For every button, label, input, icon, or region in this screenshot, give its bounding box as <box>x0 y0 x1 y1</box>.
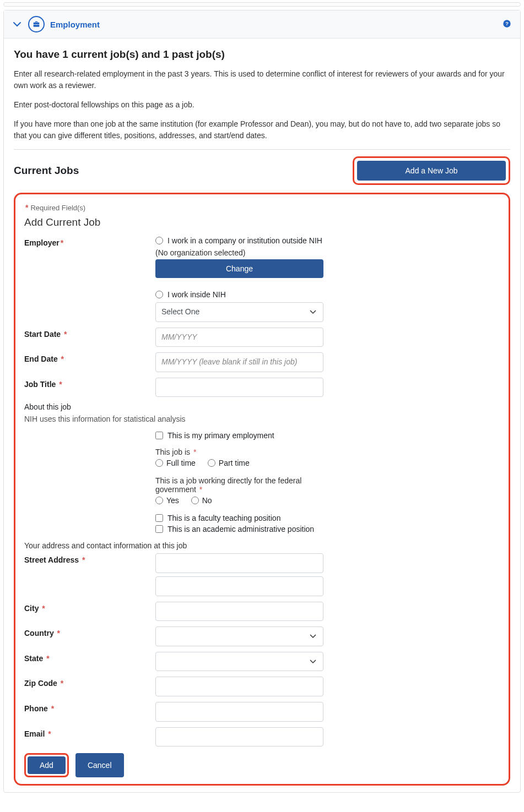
street-address-1-input[interactable] <box>155 553 323 573</box>
change-org-button[interactable]: Change <box>155 259 323 278</box>
row-street2 <box>24 576 500 596</box>
row-city: City * <box>24 602 500 622</box>
row-start-date: Start Date * <box>24 328 500 347</box>
row-primary: This is my primary employment This job i… <box>24 431 500 536</box>
radio-part-time[interactable]: Part time <box>208 459 250 467</box>
add-button[interactable]: Add <box>28 756 66 774</box>
job-title-input[interactable] <box>155 378 323 397</box>
intro-p1: Enter all research-related employment in… <box>14 68 510 91</box>
label-state: State * <box>24 652 155 663</box>
action-row: Add Cancel <box>24 753 500 777</box>
email-input[interactable] <box>155 727 323 747</box>
label-street: Street Address * <box>24 553 155 564</box>
start-date-input[interactable] <box>155 328 323 347</box>
row-street1: Street Address * <box>24 553 500 573</box>
city-input[interactable] <box>155 602 323 622</box>
end-date-input[interactable] <box>155 352 323 372</box>
employment-panel: Employment ? You have 1 current job(s) a… <box>3 10 521 793</box>
panel-header[interactable]: Employment ? <box>4 10 520 39</box>
divider <box>14 149 510 150</box>
radio-federal-yes[interactable]: Yes <box>155 496 179 505</box>
country-select[interactable] <box>155 626 323 646</box>
page-heading: You have 1 current job(s) and 1 past job… <box>14 48 510 61</box>
radio-inside-nih-input[interactable] <box>155 291 163 298</box>
required-note: *Required Field(s) <box>24 203 500 212</box>
row-job-title: Job Title * <box>24 378 500 397</box>
checkbox-primary-input[interactable] <box>155 432 163 439</box>
radio-outside-nih[interactable]: I work in a company or institution outsi… <box>155 236 323 245</box>
intro-p2: Enter post-doctoral fellowships on this … <box>14 99 510 111</box>
checkbox-admin-input[interactable] <box>155 525 163 533</box>
help-icon[interactable]: ? <box>503 19 511 30</box>
label-zip: Zip Code * <box>24 677 155 688</box>
row-zip: Zip Code * <box>24 677 500 696</box>
radio-full-time[interactable]: Full time <box>155 459 196 467</box>
zip-input[interactable] <box>155 677 323 696</box>
radio-federal-yes-input[interactable] <box>155 497 163 504</box>
intro-p3: If you have more than one job at the sam… <box>14 118 510 141</box>
row-end-date: End Date * <box>24 352 500 372</box>
checkbox-faculty-input[interactable] <box>155 514 163 522</box>
about-note: NIH uses this information for statistica… <box>24 415 500 423</box>
panel-title: Employment <box>50 20 100 29</box>
current-jobs-bar: Current Jobs Add a New Job <box>14 156 510 185</box>
row-email: Email * <box>24 727 500 747</box>
radio-full-time-input[interactable] <box>155 459 163 467</box>
form-title: Add Current Job <box>24 216 500 228</box>
row-state: State * <box>24 652 500 672</box>
street-address-2-input[interactable] <box>155 576 323 596</box>
callout-add-new: Add a New Job <box>353 156 510 185</box>
about-heading: About this job <box>24 402 500 411</box>
label-city: City * <box>24 602 155 613</box>
top-strip <box>3 2 521 7</box>
briefcase-icon <box>28 16 45 32</box>
checkbox-faculty[interactable]: This is a faculty teaching position <box>155 514 323 522</box>
contact-heading: Your address and contact information at … <box>24 541 500 550</box>
panel-body: You have 1 current job(s) and 1 past job… <box>4 39 520 792</box>
row-country: Country * <box>24 626 500 646</box>
phone-input[interactable] <box>155 702 323 722</box>
no-org-text: (No organization selected) <box>155 248 323 257</box>
radio-outside-nih-input[interactable] <box>155 237 163 244</box>
jobtype-label: This job is * <box>155 448 323 456</box>
chevron-down-icon <box>13 19 21 29</box>
checkbox-primary[interactable]: This is my primary employment <box>155 431 323 440</box>
radio-federal-no-input[interactable] <box>191 497 199 504</box>
radio-federal-no[interactable]: No <box>191 496 212 505</box>
row-phone: Phone * <box>24 702 500 722</box>
checkbox-admin[interactable]: This is an academic administrative posit… <box>155 525 323 533</box>
nih-select[interactable]: Select One <box>155 302 323 322</box>
label-phone: Phone * <box>24 702 155 713</box>
asterisk-icon: * <box>25 203 28 212</box>
label-employer: Employer* <box>24 236 155 247</box>
svg-text:?: ? <box>505 21 509 26</box>
label-end-date: End Date * <box>24 352 155 363</box>
label-country: Country * <box>24 626 155 637</box>
callout-add-button: Add <box>24 753 69 777</box>
label-start-date: Start Date * <box>24 328 155 339</box>
current-jobs-title: Current Jobs <box>14 165 79 177</box>
radio-part-time-input[interactable] <box>208 459 215 467</box>
federal-label: This is a job working directly for the f… <box>155 476 323 494</box>
add-job-form-callout: *Required Field(s) Add Current Job Emplo… <box>14 193 510 786</box>
col-employer: I work in a company or institution outsi… <box>155 236 323 322</box>
row-employer: Employer* I work in a company or institu… <box>24 236 500 322</box>
state-select[interactable] <box>155 652 323 672</box>
add-new-job-button[interactable]: Add a New Job <box>357 161 506 181</box>
radio-inside-nih[interactable]: I work inside NIH <box>155 290 323 299</box>
cancel-button[interactable]: Cancel <box>75 753 124 777</box>
label-email: Email * <box>24 727 155 738</box>
label-job-title: Job Title * <box>24 378 155 389</box>
